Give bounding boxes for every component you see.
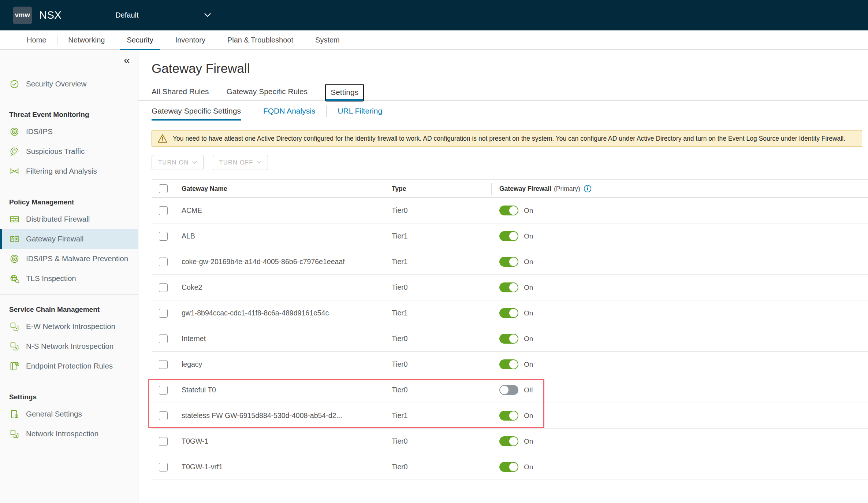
sidebar-item-n-s-network-introspection[interactable]: N-S Network Introspection — [0, 336, 138, 356]
toggle-state-label: On — [524, 335, 533, 343]
chevron-down-icon — [204, 13, 211, 18]
nav-tab-system[interactable]: System — [304, 30, 351, 49]
tab-gateway-specific-rules[interactable]: Gateway Specific Rules — [226, 87, 308, 96]
row-checkbox[interactable] — [159, 360, 168, 369]
sidebar-item-label: Distributed Firewall — [26, 215, 90, 223]
turn-on-button[interactable]: TURN ON — [152, 155, 204, 170]
row-checkbox[interactable] — [159, 437, 168, 446]
sidebar-item-label: TLS Inspection — [26, 274, 76, 283]
gateway-firewall-toggle[interactable] — [499, 282, 518, 292]
subtab-gateway-specific-settings[interactable]: Gateway Specific Settings — [152, 107, 241, 121]
nav-tab-security[interactable]: Security — [116, 30, 164, 49]
gateway-name-cell[interactable]: Stateful T0 — [182, 386, 382, 394]
table-row: gw1-8b94ccac-cdc1-41f8-8c6a-489d9161e54c… — [152, 300, 868, 326]
introspection-icon — [9, 321, 20, 332]
tab-settings[interactable]: Settings — [325, 84, 364, 101]
sidebar-section: Threat Event Monitoring IDS/IPS Suspicio… — [0, 100, 138, 187]
chevron-down-icon — [192, 161, 197, 164]
gateway-firewall-toggle[interactable] — [499, 411, 518, 421]
table-row: Coke2 Tier0 On — [152, 275, 868, 300]
row-checkbox[interactable] — [159, 463, 168, 471]
nav-tab-networking[interactable]: Networking — [57, 30, 116, 49]
row-checkbox[interactable] — [159, 258, 168, 266]
row-checkbox[interactable] — [159, 206, 168, 215]
gateway-name-cell[interactable]: T0GW-1 — [182, 437, 382, 445]
turn-off-button[interactable]: TURN OFF — [213, 155, 268, 170]
info-circle-icon[interactable] — [584, 185, 592, 193]
row-checkbox[interactable] — [159, 232, 168, 241]
sidebar-item-ids-ips-malware-prevention[interactable]: IDS/IPS & Malware Prevention — [0, 249, 138, 269]
type-cell: Tier1 — [382, 309, 491, 317]
doc-gear-icon — [9, 409, 20, 419]
gateway-firewall-toggle[interactable] — [499, 359, 518, 369]
sidebar: « Security Overview Threat Event Monitor… — [0, 50, 138, 503]
gateway-firewall-toggle[interactable] — [499, 334, 518, 344]
sidebar-item-label: IDS/IPS — [26, 127, 53, 136]
table-row: coke-gw-20169b4e-a14d-4005-86b6-c7976e1e… — [152, 249, 868, 275]
type-cell: Tier0 — [382, 463, 491, 471]
nav-tab-label: Plan & Troubleshoot — [227, 36, 293, 44]
column-header-gateway-firewall[interactable]: Gateway Firewall (Primary) — [491, 185, 868, 193]
gateway-name-cell[interactable]: T0GW-1-vrf1 — [182, 463, 382, 471]
select-all-checkbox[interactable] — [159, 184, 168, 193]
introspection-icon — [9, 429, 20, 439]
sidebar-item-distributed-firewall[interactable]: Distributed Firewall — [0, 209, 138, 229]
sidebar-item-gateway-firewall[interactable]: Gateway Firewall — [0, 229, 138, 249]
gateway-name-cell[interactable]: Internet — [182, 334, 382, 343]
gateway-firewall-toggle[interactable] — [499, 206, 518, 215]
gateway-name-cell[interactable]: stateless FW GW-6915d884-530d-4008-ab54-… — [182, 411, 382, 420]
gateway-name-cell[interactable]: legacy — [182, 360, 382, 369]
column-header-type[interactable]: Type — [382, 185, 491, 193]
tab-label: All Shared Rules — [152, 87, 209, 96]
column-header-gateway-name[interactable]: Gateway Name — [182, 185, 382, 193]
gateway-firewall-toggle[interactable] — [499, 257, 518, 267]
sidebar-item-security-overview[interactable]: Security Overview — [0, 74, 138, 94]
sidebar-item-suspicious-traffic[interactable]: Suspicious Traffic — [0, 141, 138, 161]
gateway-name-cell[interactable]: gw1-8b94ccac-cdc1-41f8-8c6a-489d9161e54c — [182, 309, 382, 317]
gateway-firewall-toggle[interactable] — [499, 231, 518, 241]
row-checkbox[interactable] — [159, 411, 168, 420]
gateway-name-cell[interactable]: coke-gw-20169b4e-a14d-4005-86b6-c7976e1e… — [182, 258, 382, 266]
subtab-url-filtering[interactable]: URL Filtering — [338, 107, 382, 121]
gateway-name-cell[interactable]: ACME — [182, 206, 382, 215]
row-checkbox[interactable] — [159, 386, 168, 395]
sidebar-section-label: Service Chain Management — [0, 298, 138, 317]
brick-wall-icon — [9, 214, 20, 225]
nav-tab-home[interactable]: Home — [16, 30, 57, 49]
sidebar-item-ids-ips[interactable]: IDS/IPS — [0, 122, 138, 141]
subtab-fqdn-analysis[interactable]: FQDN Analysis — [263, 107, 315, 121]
tab-label: Settings — [331, 88, 358, 96]
gateway-name-cell[interactable]: ALB — [182, 232, 382, 240]
subtab-label: Gateway Specific Settings — [152, 107, 241, 115]
row-checkbox[interactable] — [159, 309, 168, 318]
subtabs-row: Gateway Specific Settings FQDN Analysis … — [152, 107, 868, 121]
nav-tab-label: System — [315, 36, 340, 44]
toggle-state-label: On — [524, 360, 533, 369]
sidebar-item-tls-inspection[interactable]: TLS Inspection — [0, 269, 138, 288]
gateway-firewall-toggle[interactable] — [499, 385, 518, 395]
toggle-state-label: Off — [524, 386, 533, 394]
gateway-firewall-toggle[interactable] — [499, 436, 518, 446]
tab-all-shared-rules[interactable]: All Shared Rules — [152, 87, 209, 96]
nav-tab-inventory[interactable]: Inventory — [164, 30, 216, 49]
nav-tab-label: Home — [27, 36, 46, 44]
sidebar-item-e-w-network-introspection[interactable]: E-W Network Introspection — [0, 317, 138, 336]
row-checkbox[interactable] — [159, 334, 168, 343]
gateway-firewall-toggle[interactable] — [499, 462, 518, 472]
nav-tab-plan-troubleshoot[interactable]: Plan & Troubleshoot — [216, 30, 304, 49]
gateway-name-cell[interactable]: Coke2 — [182, 283, 382, 292]
radar-icon — [9, 146, 20, 157]
collapse-sidebar-icon[interactable]: « — [124, 55, 130, 66]
project-selector[interactable]: Default — [115, 11, 211, 19]
toggle-state-label: On — [524, 412, 533, 420]
introspection-icon — [9, 341, 20, 352]
sidebar-item-general-settings[interactable]: General Settings — [0, 404, 138, 424]
sidebar-item-network-introspection[interactable]: Network Introspection — [0, 424, 138, 444]
sidebar-item-filtering-and-analysis[interactable]: Filtering and Analysis — [0, 161, 138, 181]
filter-icon — [9, 166, 20, 177]
row-checkbox[interactable] — [159, 283, 168, 292]
sidebar-item-label: Network Introspection — [26, 429, 98, 438]
gateway-firewall-toggle[interactable] — [499, 308, 518, 318]
main-nav: Home Networking Security Inventory Plan … — [0, 30, 868, 50]
sidebar-item-endpoint-protection-rules[interactable]: Endpoint Protection Rules — [0, 356, 138, 376]
